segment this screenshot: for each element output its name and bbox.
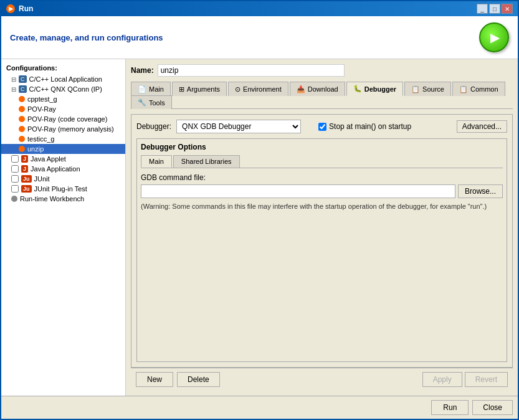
tab-arguments-label: Arguments <box>187 85 220 93</box>
tree-item-povray-mem[interactable]: POV-Ray (memory analysis) <box>1 124 125 134</box>
tab-download-label: Download <box>308 85 338 93</box>
bottom-left-buttons: New Delete <box>136 372 220 387</box>
inner-tab-shared-libs-label: Shared Libraries <box>181 158 232 165</box>
tree-item-povray-cov[interactable]: POV-Ray (code coverage) <box>1 114 125 124</box>
inner-tabs: Main Shared Libraries <box>141 155 503 168</box>
debugger-options-title: Debugger Options <box>141 143 503 151</box>
tab-tools[interactable]: 🔧 Tools <box>131 95 172 109</box>
inner-tab-main-label: Main <box>149 158 164 165</box>
run-action-button[interactable] <box>479 22 509 52</box>
tabs-bar: 📄 Main ⊞ Arguments ⊙ Environment 📥 Downl… <box>131 82 513 109</box>
tab-tools-label: Tools <box>149 99 165 107</box>
tree-item-unzip-icon <box>19 146 25 152</box>
gdb-command-input[interactable] <box>141 184 455 198</box>
tab-main-label: Main <box>149 85 164 93</box>
close-window-button[interactable]: ✕ <box>502 4 513 14</box>
tree-item-testicc-icon <box>19 136 25 142</box>
name-label: Name: <box>131 66 154 75</box>
tree-item-java-applet-label: Java Applet <box>31 155 66 163</box>
main-content: Configurations: ⊟ C C/C++ Local Applicat… <box>1 59 518 396</box>
apply-button[interactable]: Apply <box>422 372 462 387</box>
tab-arguments[interactable]: ⊞ Arguments <box>172 82 227 96</box>
tab-debugger[interactable]: 🐛 Debugger <box>346 82 403 96</box>
tab-tools-icon: 🔧 <box>138 98 146 107</box>
tree-item-c-local[interactable]: ⊟ C C/C++ Local Application <box>1 74 125 84</box>
tree-item-junit-label: JUnit <box>34 175 50 183</box>
maximize-button[interactable]: □ <box>489 4 500 14</box>
tree-item-cpptest-label: cpptest_g <box>27 95 57 103</box>
tab-download[interactable]: 📥 Download <box>290 82 345 96</box>
tree-item-runtime-wb-label: Run-time Workbench <box>20 195 84 203</box>
tab-arguments-icon: ⊞ <box>179 85 184 93</box>
tree-item-testicc[interactable]: testicc_g <box>1 134 125 144</box>
revert-button[interactable]: Revert <box>465 372 508 387</box>
minimize-button[interactable]: _ <box>477 4 488 14</box>
tree-item-java-applet[interactable]: J Java Applet <box>1 154 125 164</box>
delete-button[interactable]: Delete <box>177 372 220 387</box>
tree-item-java-app[interactable]: J Java Application <box>1 164 125 174</box>
content-area: Debugger: QNX GDB Debugger GDB Debugger … <box>131 114 513 368</box>
tab-common[interactable]: 📋 Common <box>452 82 505 96</box>
run-dialog: ▶ Run _ □ ✕ Create, manage, and run conf… <box>0 0 519 420</box>
tree-item-povray-mem-label: POV-Ray (memory analysis) <box>27 125 114 133</box>
debugger-options-group: Debugger Options Main Shared Libraries G… <box>136 138 507 362</box>
tab-source-icon: 📋 <box>411 85 420 93</box>
tree-item-povray-cov-icon <box>19 116 25 122</box>
title-bar-controls: _ □ ✕ <box>477 4 513 14</box>
name-input[interactable] <box>158 64 345 77</box>
tree-item-povray-mem-icon <box>19 126 25 132</box>
advanced-button[interactable]: Advanced... <box>457 120 507 133</box>
java-applet-checkbox[interactable] <box>11 155 19 163</box>
tree-item-c-qnx-label: C/C++ QNX QConn (IP) <box>29 85 102 93</box>
tree-item-unzip[interactable]: unzip <box>1 144 125 154</box>
gdb-input-row: Browse... <box>141 184 503 198</box>
tree-item-testicc-label: testicc_g <box>27 135 54 143</box>
tree-item-cpptest-icon <box>19 96 25 102</box>
tree-item-runtime-wb-icon <box>11 196 17 202</box>
tree-item-cpptest[interactable]: cpptest_g <box>1 94 125 104</box>
tab-download-icon: 📥 <box>297 85 305 93</box>
tree-item-runtime-wb[interactable]: Run-time Workbench <box>1 194 125 204</box>
java-app-checkbox[interactable] <box>11 165 19 173</box>
tree-item-c-qnx[interactable]: ⊟ C C/C++ QNX QConn (IP) <box>1 84 125 94</box>
tab-common-icon: 📋 <box>459 85 468 93</box>
bottom-action-bar: New Delete Apply Revert <box>131 368 513 391</box>
header-area: Create, manage, and run configurations <box>1 16 518 59</box>
tree-item-povray-cov-label: POV-Ray (code coverage) <box>27 115 107 123</box>
debugger-row: Debugger: QNX GDB Debugger GDB Debugger … <box>136 120 507 133</box>
stop-at-main-row: Stop at main() on startup <box>318 122 411 131</box>
browse-button[interactable]: Browse... <box>458 184 503 198</box>
tab-debugger-label: Debugger <box>364 85 396 93</box>
stop-at-main-checkbox[interactable] <box>318 123 326 131</box>
debugger-label: Debugger: <box>136 122 171 131</box>
window-title: Run <box>19 4 33 13</box>
debugger-select[interactable]: QNX GDB Debugger GDB Debugger GDB Hardwa… <box>176 120 301 133</box>
junit-checkbox[interactable] <box>11 175 19 183</box>
inner-tab-main[interactable]: Main <box>141 155 172 168</box>
tree-item-unzip-label: unzip <box>27 145 44 153</box>
inner-tab-shared-libs[interactable]: Shared Libraries <box>173 155 240 168</box>
tree-item-c-local-label: C/C++ Local Application <box>29 75 102 83</box>
junit-plugin-checkbox[interactable] <box>11 185 19 193</box>
gdb-label-row: GDB command file: <box>141 173 503 182</box>
tree-item-java-app-label: Java Application <box>31 165 80 173</box>
close-button[interactable]: Close <box>472 400 513 415</box>
bottom-right-buttons: Apply Revert <box>422 372 508 387</box>
tab-debugger-icon: 🐛 <box>353 85 362 93</box>
tree-item-junit-plugin[interactable]: Ju JUnit Plug-in Test <box>1 184 125 194</box>
name-row: Name: <box>131 64 513 77</box>
tree-item-junit-plugin-label: JUnit Plug-in Test <box>34 185 87 193</box>
tree-item-povray[interactable]: POV-Ray <box>1 104 125 114</box>
title-bar-left: ▶ Run <box>6 4 33 13</box>
tab-main[interactable]: 📄 Main <box>131 82 171 96</box>
tab-main-icon: 📄 <box>138 85 146 93</box>
new-button[interactable]: New <box>136 372 173 387</box>
run-button[interactable]: Run <box>431 400 469 415</box>
tab-common-label: Common <box>470 85 498 93</box>
title-bar: ▶ Run _ □ ✕ <box>1 1 518 16</box>
tab-environment[interactable]: ⊙ Environment <box>228 82 288 96</box>
tree-item-junit[interactable]: Ju JUnit <box>1 174 125 184</box>
tab-environment-icon: ⊙ <box>235 85 240 93</box>
tab-environment-label: Environment <box>243 85 282 93</box>
tab-source[interactable]: 📋 Source <box>404 82 451 96</box>
